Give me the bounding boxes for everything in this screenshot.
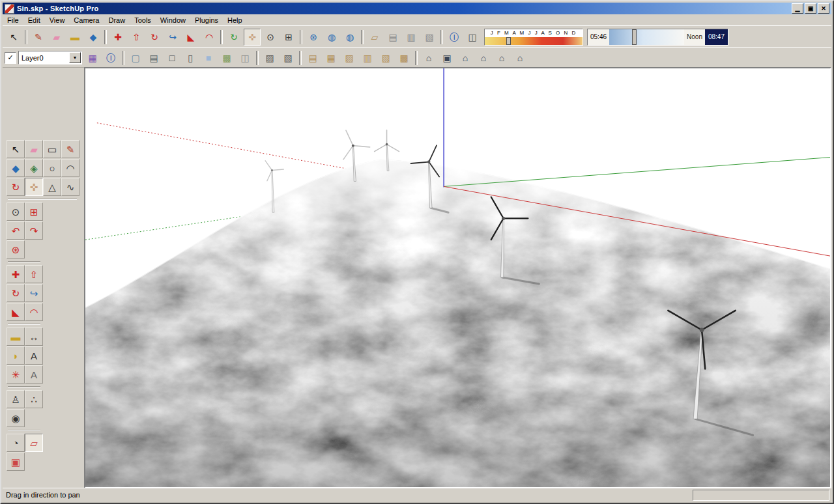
sandbox-from-contours-button[interactable]: ▤	[304, 49, 321, 66]
previous-view-button[interactable]: ◍	[323, 29, 340, 46]
shadow-date-slider[interactable]: J F M A M J J A S O N D	[484, 29, 583, 46]
shadows-on-ground-button[interactable]: ▨	[261, 49, 278, 66]
walk-tool-large[interactable]: ∴	[25, 390, 43, 408]
position-camera-tool-large[interactable]: ♙	[7, 390, 25, 408]
right-view-button[interactable]: ⌂	[475, 49, 492, 66]
freehand-tool-large[interactable]: ∿	[61, 178, 79, 196]
measurements-box[interactable]	[693, 490, 829, 501]
orbit-tool[interactable]: ↻	[225, 29, 242, 46]
zoom-tool[interactable]: ⊙	[262, 29, 279, 46]
iso-view-button[interactable]: ⌂	[420, 49, 437, 66]
zoom-extents-tool-large[interactable]: ⊛	[7, 240, 25, 259]
zoom-tool-large[interactable]: ⊙	[7, 203, 25, 221]
push-pull-tool[interactable]: ⇧	[128, 29, 145, 46]
zoom-extents-tool[interactable]: ⊛	[305, 29, 322, 46]
offset-tool-large[interactable]: ◠	[25, 303, 43, 321]
camera-settings-tool-large[interactable]: ◔	[7, 434, 25, 452]
move-tool[interactable]: ✚	[109, 29, 126, 46]
menu-item-plugins[interactable]: Plugins	[190, 15, 223, 25]
menu-item-draw[interactable]: Draw	[104, 15, 130, 25]
top-view-button[interactable]: ▣	[439, 49, 455, 66]
pan-tool[interactable]: ✜	[244, 29, 261, 46]
eraser-tool[interactable]: ▰	[48, 29, 65, 46]
xray-mode-button[interactable]: ▢	[127, 49, 144, 66]
shadows-on-faces-button[interactable]: ▧	[280, 49, 296, 66]
monochrome-mode-button[interactable]: ◫	[237, 49, 253, 66]
offset-tool[interactable]: ◠	[201, 29, 218, 46]
select-tool-large[interactable]: ↖	[7, 140, 25, 158]
sandbox-drape-button[interactable]: ▧	[377, 49, 394, 66]
tape-measure-tool-large[interactable]: ▬	[7, 328, 25, 346]
chevron-down-icon[interactable]: ▼	[69, 52, 81, 63]
line-tool-large[interactable]: ✎	[61, 140, 79, 158]
push-pull-tool-large[interactable]: ⇧	[25, 265, 43, 283]
section-cut-toggle-large[interactable]: ▣	[7, 453, 25, 471]
paint-bucket-tool-large[interactable]: ◆	[7, 159, 25, 177]
restore-button[interactable]: ▣	[805, 3, 816, 14]
sandbox-flip-edge-button[interactable]: ▩	[395, 49, 412, 66]
section-plane-tool-large[interactable]: ▱	[25, 434, 43, 452]
photo-match-button[interactable]: ▧	[421, 29, 438, 46]
shadows-toggle-button[interactable]: ◫	[464, 29, 481, 46]
left-view-button[interactable]: ⌂	[511, 49, 528, 66]
dimension-tool-large[interactable]: ↔	[25, 328, 43, 346]
shadow-settings-dialog-button[interactable]: Ⓘ	[446, 29, 463, 46]
circle-tool-large[interactable]: ○	[43, 159, 61, 177]
move-tool-large[interactable]: ✚	[7, 265, 25, 283]
3d-text-tool-large[interactable]: A	[25, 365, 43, 384]
title-bar[interactable]: Sin.skp - SketchUp Pro ▁ ▣ ✕	[3, 3, 831, 14]
date-gradient-bar[interactable]	[485, 37, 582, 45]
rotate-tool[interactable]: ↻	[146, 29, 163, 46]
shadow-time-slider[interactable]: 05:46 Noon 08:47	[587, 29, 728, 46]
shaded-textures-mode-button[interactable]: ▩	[218, 49, 235, 66]
zoom-window-tool[interactable]: ⊞	[280, 29, 297, 46]
rotate-tool-large[interactable]: ↻	[7, 284, 25, 302]
scale-tool[interactable]: ◣	[182, 29, 199, 46]
tape-measure-tool[interactable]: ▬	[66, 29, 83, 46]
line-tool[interactable]: ✎	[30, 29, 47, 46]
follow-me-tool-large[interactable]: ↪	[25, 284, 43, 302]
follow-me-tool[interactable]: ↪	[164, 29, 181, 46]
time-gradient-bar[interactable]	[609, 29, 684, 45]
rectangle-tool-large[interactable]: ▭	[43, 140, 61, 158]
menu-item-view[interactable]: View	[45, 15, 70, 25]
arc-tool-large[interactable]: ◠	[61, 159, 79, 177]
toggle-terrain-button[interactable]: ▥	[403, 29, 420, 46]
menu-item-camera[interactable]: Camera	[69, 15, 104, 25]
back-view-button[interactable]: ⌂	[493, 49, 510, 66]
hidden-line-mode-button[interactable]: ▯	[182, 49, 199, 66]
sandbox-stamp-button[interactable]: ▥	[359, 49, 376, 66]
close-button[interactable]: ✕	[818, 3, 829, 14]
shaded-mode-button[interactable]: ■	[200, 49, 217, 66]
sandbox-from-scratch-button[interactable]: ▦	[323, 49, 339, 66]
eraser-tool-large[interactable]: ▰	[25, 140, 43, 158]
pan-tool-large[interactable]: ✜	[25, 178, 43, 196]
3d-viewport[interactable]	[84, 67, 831, 488]
menu-item-help[interactable]: Help	[223, 15, 247, 25]
sandbox-smoove-button[interactable]: ▨	[341, 49, 358, 66]
axes-tool-large[interactable]: ✳	[7, 365, 25, 384]
wireframe-mode-button[interactable]: □	[164, 49, 180, 66]
layer-dropdown[interactable]: Layer0 ▼	[18, 51, 82, 64]
scale-tool-large[interactable]: ◣	[7, 303, 25, 321]
look-around-tool-large[interactable]: ◉	[7, 409, 25, 427]
zoom-window-tool-large[interactable]: ⊞	[25, 203, 43, 221]
layer-manager-button[interactable]: ▦	[84, 49, 101, 66]
add-location-button[interactable]: ▤	[384, 29, 401, 46]
select-tool[interactable]: ↖	[5, 29, 22, 46]
section-plane-tool[interactable]: ▱	[366, 29, 383, 46]
text-tool-large[interactable]: A	[25, 346, 43, 365]
menu-item-tools[interactable]: Tools	[130, 15, 156, 25]
paint-bucket-tool[interactable]: ◆	[85, 29, 102, 46]
protractor-tool-large[interactable]: ◗	[7, 346, 25, 365]
back-edges-button[interactable]: ▤	[145, 49, 162, 66]
next-view-large[interactable]: ↷	[25, 221, 43, 240]
layer-visible-checkbox[interactable]: ✓	[5, 52, 16, 64]
entity-info-button[interactable]: Ⓘ	[102, 49, 119, 66]
menu-item-window[interactable]: Window	[156, 15, 190, 25]
minimize-button[interactable]: ▁	[792, 3, 803, 14]
time-slider-thumb[interactable]	[632, 29, 637, 45]
next-view-button[interactable]: ◍	[341, 29, 358, 46]
front-view-button[interactable]: ⌂	[457, 49, 474, 66]
make-component-tool-large[interactable]: ◈	[25, 159, 43, 177]
